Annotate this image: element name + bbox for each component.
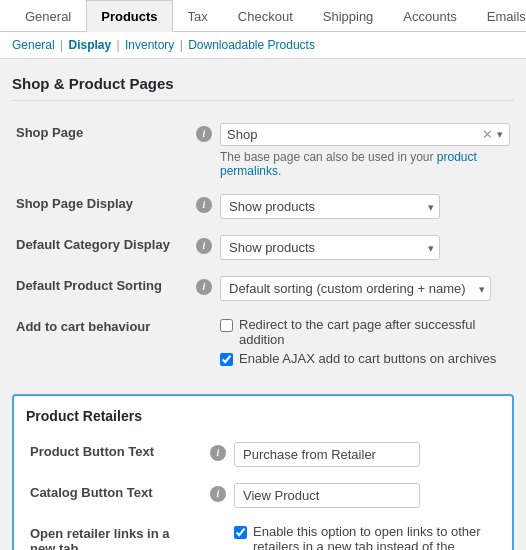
catalog-button-text-input[interactable] [234,483,420,508]
subnav-sep2: | [117,38,123,52]
subnav-general[interactable]: General [12,38,55,52]
product-retailers-section: Product Retailers Product Button Text i … [12,394,514,550]
open-retailer-links-label: Open retailer links in a new tab [26,516,206,550]
catalog-button-text-cell [230,475,500,516]
subnav-inventory[interactable]: Inventory [125,38,174,52]
open-retailer-links-checkbox-label: Enable this option to open links to othe… [253,524,496,550]
subnav-sep3: | [180,38,186,52]
product-retailers-table: Product Button Text i Catalog Button Tex… [26,434,500,550]
open-retailer-links-checkbox[interactable] [234,526,247,539]
subnav-sep1: | [60,38,66,52]
shop-product-pages-table: Shop Page i Shop ✕ ▾ The base page can a… [12,115,514,378]
add-to-cart-checkbox2-row: Enable AJAX add to cart buttons on archi… [220,351,510,366]
catalog-button-text-label: Catalog Button Text [26,475,206,516]
tab-accounts[interactable]: Accounts [388,0,471,32]
tab-bar: General Products Tax Checkout Shipping A… [0,0,526,32]
shop-page-label: Shop Page [12,115,192,186]
default-category-select[interactable]: Show products Show categories Show categ… [220,235,440,260]
product-retailers-title: Product Retailers [26,408,500,424]
default-category-help-icon[interactable]: i [196,238,212,254]
tab-checkout[interactable]: Checkout [223,0,308,32]
shop-page-display-select-wrap: Show products Show categories Show categ… [220,194,440,219]
tab-products[interactable]: Products [86,0,172,32]
ajax-add-to-cart-checkbox[interactable] [220,353,233,366]
shop-page-value: Shop [227,127,482,142]
shop-page-clear[interactable]: ✕ [482,127,493,142]
shop-page-help-icon[interactable]: i [196,126,212,142]
default-sorting-select[interactable]: Default sorting (custom ordering + name)… [220,276,491,301]
tab-emails[interactable]: Emails [472,0,526,32]
default-sorting-select-wrap: Default sorting (custom ordering + name)… [220,276,491,301]
shop-page-arrow[interactable]: ▾ [497,128,503,141]
shop-page-display-cell: Show products Show categories Show categ… [216,186,514,227]
shop-page-input-wrap: Shop ✕ ▾ [220,123,510,146]
shop-page-field-cell: Shop ✕ ▾ The base page can also be used … [216,115,514,186]
product-button-text-cell [230,434,500,475]
main-content: Shop & Product Pages Shop Page i Shop ✕ … [0,59,526,550]
subnav-display[interactable]: Display [69,38,112,52]
product-button-help-icon[interactable]: i [210,445,226,461]
shop-page-display-label: Shop Page Display [12,186,192,227]
product-button-text-label: Product Button Text [26,434,206,475]
default-sorting-cell: Default sorting (custom ordering + name)… [216,268,514,309]
default-sorting-label: Default Product Sorting [12,268,192,309]
add-to-cart-label: Add to cart behaviour [12,309,192,378]
default-sorting-help-icon[interactable]: i [196,279,212,295]
catalog-button-help-icon[interactable]: i [210,486,226,502]
default-category-label: Default Category Display [12,227,192,268]
ajax-add-to-cart-label: Enable AJAX add to cart buttons on archi… [239,351,496,366]
product-button-text-input[interactable] [234,442,420,467]
add-to-cart-cell: Redirect to the cart page after successf… [216,309,514,378]
redirect-cart-label: Redirect to the cart page after successf… [239,317,510,347]
redirect-cart-checkbox[interactable] [220,319,233,332]
shop-page-display-select[interactable]: Show products Show categories Show categ… [220,194,440,219]
add-to-cart-checkbox1-row: Redirect to the cart page after successf… [220,317,510,347]
default-category-cell: Show products Show categories Show categ… [216,227,514,268]
subnav-downloadable[interactable]: Downloadable Products [188,38,315,52]
open-retailer-links-cell: Enable this option to open links to othe… [230,516,500,550]
default-category-select-wrap: Show products Show categories Show categ… [220,235,440,260]
tab-general[interactable]: General [10,0,86,32]
shop-product-pages-title: Shop & Product Pages [12,75,514,101]
tab-shipping[interactable]: Shipping [308,0,389,32]
sub-nav: General | Display | Inventory | Download… [0,32,526,59]
shop-page-display-help-icon[interactable]: i [196,197,212,213]
open-retailer-links-row: Enable this option to open links to othe… [234,524,496,550]
shop-page-note: The base page can also be used in your p… [220,150,510,178]
tab-tax[interactable]: Tax [173,0,223,32]
